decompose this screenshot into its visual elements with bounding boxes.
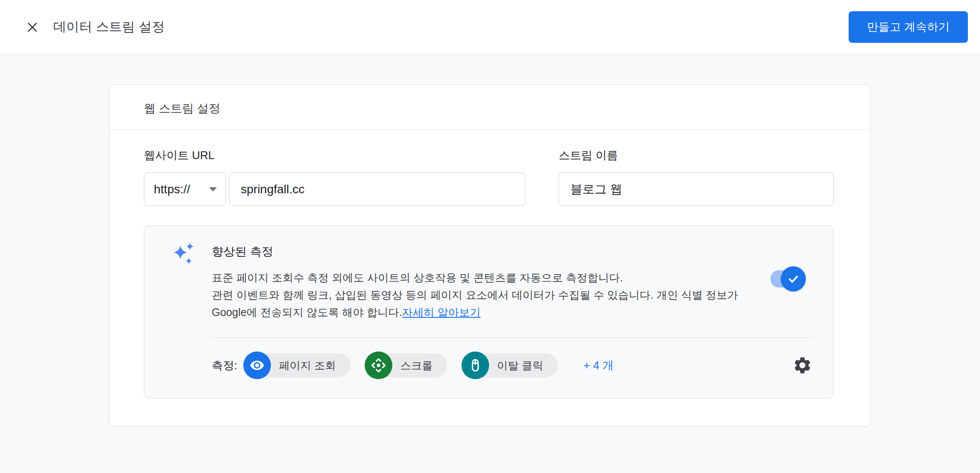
- page-content: 웹 스트림 설정 웹사이트 URL https:// 스트림 이름: [0, 54, 980, 427]
- chip-page-views: 페이지 조회: [243, 352, 350, 379]
- toggle-check-icon: [781, 266, 806, 291]
- more-measurements-link[interactable]: + 4 개: [583, 358, 614, 373]
- enhanced-measurement-title: 향상된 측정: [212, 241, 814, 259]
- stream-name-input[interactable]: [559, 173, 834, 206]
- enhanced-measurement-toggle[interactable]: [770, 270, 801, 288]
- scroll-icon: [365, 352, 392, 379]
- eye-icon: [243, 352, 271, 379]
- gear-icon[interactable]: [791, 354, 814, 377]
- sparkle-icon: [173, 241, 212, 379]
- close-icon[interactable]: [25, 19, 40, 35]
- top-bar: 데이터 스트림 설정 만들고 계속하기: [0, 0, 980, 54]
- enhanced-measurement-content: 향상된 측정 표준 페이지 조회수 측정 외에도 사이트의 상호작용 및 콘텐츠…: [212, 241, 814, 379]
- page-title: 데이터 스트림 설정: [53, 18, 165, 36]
- description-line-2: 관련 이벤트와 함께 링크, 삽입된 동영상 등의 페이지 요소에서 데이터가 …: [212, 286, 754, 321]
- card-body: 웹사이트 URL https:// 스트림 이름: [109, 130, 870, 426]
- protocol-value: https://: [154, 182, 190, 196]
- enhanced-measurement-description: 표준 페이지 조회수 측정 외에도 사이트의 상호작용 및 콘텐츠를 자동으로 …: [212, 269, 754, 321]
- mouse-icon: [461, 352, 489, 379]
- create-and-continue-button[interactable]: 만들고 계속하기: [849, 11, 968, 43]
- web-stream-card: 웹 스트림 설정 웹사이트 URL https:// 스트림 이름: [109, 84, 871, 427]
- website-url-label: 웹사이트 URL: [144, 148, 525, 163]
- stream-name-group: 스트림 이름: [559, 148, 834, 206]
- card-title: 웹 스트림 설정: [109, 85, 870, 130]
- website-url-input[interactable]: [229, 173, 525, 206]
- measurement-chips-row: 측정: 페이지 조회: [212, 352, 814, 379]
- stream-form-row: 웹사이트 URL https:// 스트림 이름: [144, 148, 834, 206]
- protocol-dropdown[interactable]: https://: [144, 173, 226, 206]
- description-line-1: 표준 페이지 조회수 측정 외에도 사이트의 상호작용 및 콘텐츠를 자동으로 …: [212, 269, 754, 286]
- chip-scrolls: 스크롤: [365, 352, 447, 379]
- website-url-group: 웹사이트 URL https://: [144, 148, 525, 206]
- learn-more-link[interactable]: 자세히 알아보기: [402, 306, 480, 318]
- enhanced-measurement-box: 향상된 측정 표준 페이지 조회수 측정 외에도 사이트의 상호작용 및 콘텐츠…: [144, 225, 834, 399]
- divider: [212, 337, 814, 338]
- chevron-down-icon: [209, 187, 217, 192]
- stream-name-label: 스트림 이름: [559, 148, 834, 163]
- measure-label: 측정:: [212, 358, 237, 373]
- chip-outbound-clicks: 이탈 클릭: [461, 352, 558, 379]
